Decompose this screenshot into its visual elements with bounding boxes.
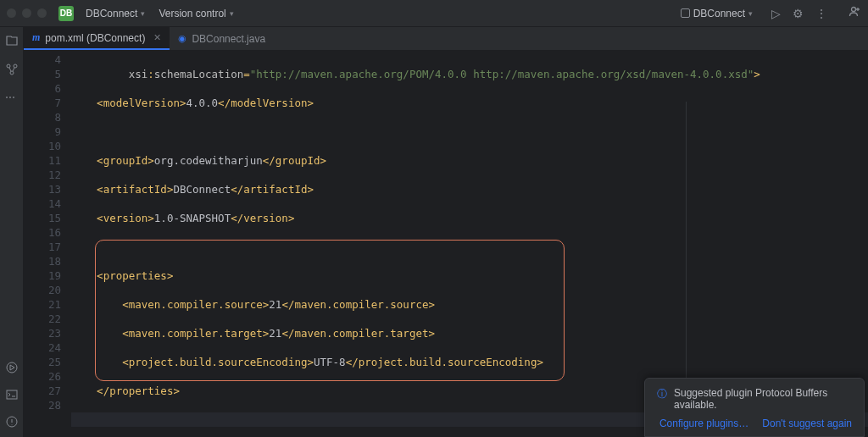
editor-tabs: m pom.xml (DBConnect) ✕ ◉ DBConnect.java <box>24 27 868 51</box>
tab-dbconnect-java[interactable]: ◉ DBConnect.java <box>170 27 274 50</box>
svg-point-1 <box>7 64 10 68</box>
svg-point-0 <box>852 8 856 12</box>
titlebar: DB DBConnect▾ Version control▾ DBConnect… <box>0 0 868 27</box>
tab-label: pom.xml (DBConnect) <box>45 32 145 44</box>
tab-pom-xml[interactable]: m pom.xml (DBConnect) ✕ <box>24 27 170 50</box>
svg-point-2 <box>14 64 17 68</box>
chevron-down-icon: ▾ <box>230 9 234 18</box>
more-tool-icon[interactable]: ⋯ <box>5 91 19 105</box>
window-controls[interactable] <box>7 8 47 18</box>
gutter: 4567891011121314151617181920212223242526… <box>24 51 71 437</box>
tab-label: DBConnect.java <box>192 33 265 45</box>
more-icon[interactable]: ⋮ <box>815 7 827 20</box>
vcs-dropdown[interactable]: Version control▾ <box>152 8 240 19</box>
svg-point-3 <box>10 71 14 75</box>
project-badge: DB <box>58 6 74 21</box>
dismiss-link[interactable]: Don't suggest again <box>762 418 852 429</box>
debug-icon[interactable]: ⚙ <box>793 7 804 20</box>
plugin-notification: ⓘ Suggested plugin Protocol Buffers avai… <box>644 378 865 437</box>
chevron-down-icon: ▾ <box>748 9 753 18</box>
add-user-icon[interactable] <box>848 5 861 21</box>
info-icon: ⓘ <box>657 387 667 401</box>
services-tool-icon[interactable] <box>5 361 19 374</box>
notification-text: Suggested plugin Protocol Buffers availa… <box>674 387 852 411</box>
chevron-down-icon: ▾ <box>141 9 145 18</box>
svg-point-4 <box>7 362 17 373</box>
project-tool-icon[interactable] <box>5 34 19 47</box>
problems-tool-icon[interactable] <box>5 415 19 429</box>
svg-rect-5 <box>7 390 17 399</box>
java-file-icon: ◉ <box>178 33 186 44</box>
run-config-dropdown[interactable]: DBConnect▾ <box>674 8 760 19</box>
terminal-tool-icon[interactable] <box>5 388 19 401</box>
run-icon[interactable]: ▷ <box>771 7 781 20</box>
close-icon[interactable]: ✕ <box>150 32 161 43</box>
tool-rail-left: ⋯ <box>0 27 24 437</box>
project-dropdown[interactable]: DBConnect▾ <box>79 8 152 19</box>
structure-tool-icon[interactable] <box>5 63 19 76</box>
maven-file-icon: m <box>32 31 40 44</box>
configure-plugins-link[interactable]: Configure plugins… <box>659 418 748 429</box>
